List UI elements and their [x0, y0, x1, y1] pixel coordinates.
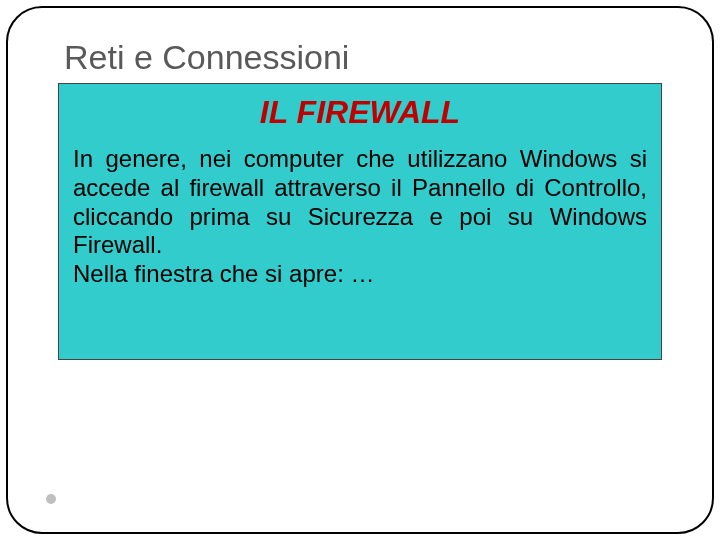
footer-dot-icon: [46, 494, 56, 504]
content-box: IL FIREWALL In genere, nei computer che …: [58, 83, 662, 360]
slide-body-text: In genere, nei computer che utilizzano W…: [73, 145, 647, 289]
slide-heading: Reti e Connessioni: [58, 38, 662, 77]
slide-frame: Reti e Connessioni IL FIREWALL In genere…: [6, 6, 714, 534]
slide-subtitle: IL FIREWALL: [73, 94, 647, 131]
